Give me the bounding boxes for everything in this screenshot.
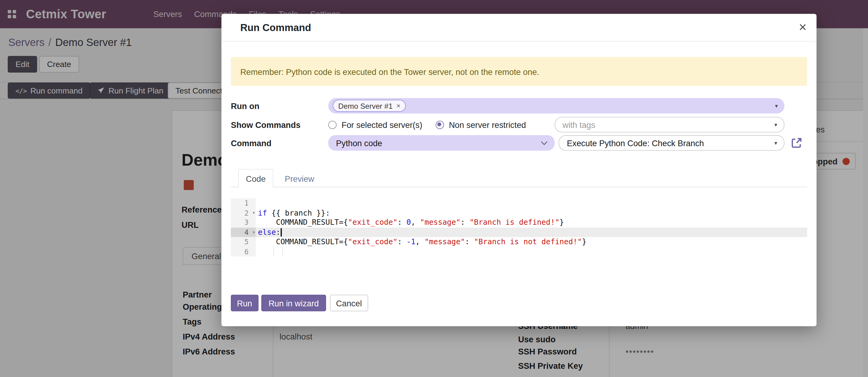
editor-line-number: 3 xyxy=(231,218,256,228)
editor-line-4[interactable]: 4▾else: xyxy=(231,228,807,237)
editor-line-number: 2▾ xyxy=(231,208,256,218)
chevron-down-icon xyxy=(541,139,548,145)
modal-header: Run Command × xyxy=(222,14,816,41)
remove-tag-icon[interactable]: × xyxy=(397,102,401,109)
radio-for-selected-servers[interactable] xyxy=(329,121,337,129)
command-value: Execute Python Code: Check Branch xyxy=(567,138,704,148)
command-label: Command xyxy=(231,139,271,148)
python-warning-alert: Remember: Python code is executed on the… xyxy=(231,57,807,86)
tab-code[interactable]: Code xyxy=(238,169,273,188)
close-icon[interactable]: × xyxy=(799,14,807,39)
indent-guide xyxy=(282,247,283,256)
editor-line-number: 5 xyxy=(231,237,256,246)
editor-line-2[interactable]: 2▾if {{ branch }}: xyxy=(231,208,807,218)
indent-guide xyxy=(274,247,274,256)
command-type-value: Python code xyxy=(336,138,382,148)
editor-code-text: if {{ branch }}: xyxy=(256,208,807,218)
command-select[interactable]: Execute Python Code: Check Branch ▾ xyxy=(558,135,784,151)
with-tags-placeholder: with tags xyxy=(562,120,595,129)
chevron-down-icon: ▾ xyxy=(775,140,777,146)
editor-code-text: COMMAND_RESULT={"exit_code": 0, "message… xyxy=(256,218,807,228)
cancel-button[interactable]: Cancel xyxy=(330,295,368,312)
screen: Cetmix Tower ServersCommandsFilesToolsSe… xyxy=(0,0,868,377)
code-editor[interactable]: 12▾if {{ branch }}:3 COMMAND_RESULT={"ex… xyxy=(231,198,807,256)
radio-for-selected-servers-label[interactable]: For selected server(s) xyxy=(341,120,422,129)
server-tag-chip[interactable]: Demo Server #1 × xyxy=(333,99,406,112)
editor-code-text: COMMAND_RESULT={"exit_code": -1, "messag… xyxy=(256,237,807,246)
show-commands-label: Show Commands xyxy=(231,120,300,130)
editor-line-3[interactable]: 3 COMMAND_RESULT={"exit_code": 0, "messa… xyxy=(231,218,807,228)
external-link-icon[interactable] xyxy=(790,137,803,149)
editor-line-number: 4▾ xyxy=(231,228,256,237)
fold-arrow-icon[interactable]: ▾ xyxy=(252,208,255,218)
editor-line-number: 1 xyxy=(231,198,256,208)
chevron-down-icon: ▾ xyxy=(775,103,778,109)
run-on-tags-field[interactable]: Demo Server #1 × ▾ xyxy=(329,98,785,114)
editor-line-6[interactable]: 6 xyxy=(231,246,807,256)
tab-preview[interactable]: Preview xyxy=(278,169,321,188)
show-commands-radio-group: For selected server(s) Non server restri… xyxy=(329,117,539,133)
run-on-label: Run on xyxy=(231,102,259,111)
server-tag-label: Demo Server #1 xyxy=(338,102,393,110)
editor-line-1[interactable]: 1 xyxy=(231,198,807,208)
command-type-select[interactable]: Python code xyxy=(329,135,555,151)
chevron-down-icon: ▾ xyxy=(775,121,777,127)
radio-non-server-restricted-label[interactable]: Non server restricted xyxy=(449,120,526,129)
fold-arrow-icon[interactable]: ▾ xyxy=(252,228,255,237)
modal-tabs: Code Preview xyxy=(231,169,807,187)
editor-line-5[interactable]: 5 COMMAND_RESULT={"exit_code": -1, "mess… xyxy=(231,237,807,246)
with-tags-select[interactable]: with tags ▾ xyxy=(555,117,785,133)
run-button[interactable]: Run xyxy=(231,295,258,312)
editor-code-text xyxy=(256,198,807,208)
run-command-modal: Run Command × Remember: Python code is e… xyxy=(222,14,816,326)
editor-code-text xyxy=(256,246,807,256)
text-cursor xyxy=(281,228,282,236)
warning-text: Remember: Python code is executed on the… xyxy=(240,67,539,76)
modal-title: Run Command xyxy=(240,14,311,41)
editor-code-text: else: xyxy=(256,228,807,237)
radio-non-server-restricted[interactable] xyxy=(436,121,444,129)
editor-line-number: 6 xyxy=(231,246,256,256)
run-in-wizard-button[interactable]: Run in wizard xyxy=(261,295,326,312)
